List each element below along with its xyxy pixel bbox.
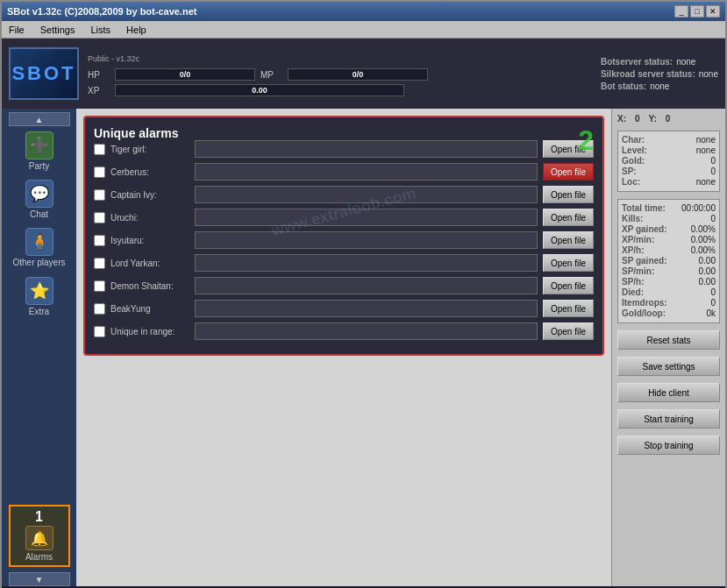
extra-icon: ⭐ [25,277,53,305]
input-beakyung[interactable] [195,300,538,317]
input-tiger-girl[interactable] [195,140,538,158]
hp-bar-row: HP 0/0 MP 0/0 [88,68,583,81]
botserver-label: Botserver status: [601,57,673,67]
input-captain-ivy[interactable] [195,186,538,203]
checkbox-tiger-girl[interactable] [94,144,105,155]
version-label: Public - v1.32c [88,54,583,63]
input-demon-shaitan[interactable] [195,277,538,294]
xp-gained-label: XP gained: [622,224,667,234]
xp-label: XP [88,86,110,96]
alarm-row-demon-shaitan: Demon Shaitan: Open file [94,277,594,294]
open-file-demon-shaitan[interactable]: Open file [543,277,594,294]
alarm-row-tiger-girl: Tiger girl: Open file [94,140,594,158]
chat-icon: 💬 [25,180,53,208]
open-file-lord-yarkan[interactable]: Open file [543,254,594,272]
checkbox-isyutaru[interactable] [94,235,105,246]
menu-lists[interactable]: Lists [87,24,114,36]
char-label: Char: [622,135,645,145]
checkbox-captain-ivy[interactable] [94,189,105,201]
mp-label: MP [260,70,282,80]
checkbox-demon-shaitan[interactable] [94,280,105,292]
input-unique-in-range[interactable] [195,322,538,340]
main-panel: Unique alarms 2 www.extraloob.com Tiger … [76,109,611,586]
silkroad-row: Silkroad server status: none [601,69,718,79]
alarm-number: 1 [35,510,43,524]
save-settings-button[interactable]: Save settings [617,357,720,376]
input-uruchi[interactable] [195,209,538,226]
x-label: X: [617,114,626,124]
menu-bar: File Settings Lists Help [2,21,725,39]
hp-label: HP [88,70,110,80]
total-time-label: Total time: [622,203,666,213]
open-file-isyutaru[interactable]: Open file [543,231,594,249]
open-file-captain-ivy[interactable]: Open file [543,186,594,203]
input-isyutaru[interactable] [195,231,538,249]
stat-row-died: Died: 0 [622,287,716,297]
sidebar-item-alarms[interactable]: 1 🔔 Alarms [9,505,70,567]
time-stats-section: Total time: 00:00:00 Kills: 0 XP gained:… [617,199,720,323]
party-label: Party [29,161,49,171]
stat-row-xp-min: XP/min: 0.00% [622,235,716,244]
menu-help[interactable]: Help [123,24,150,36]
open-file-cerberus[interactable]: Open file [543,163,594,181]
label-captain-ivy: Captain Ivy: [110,190,189,200]
minimize-button[interactable]: _ [674,5,688,18]
alarm-row-unique-in-range: Unique in range: Open file [94,322,594,340]
sp-gained-label: SP gained: [622,256,667,266]
checkbox-uruchi[interactable] [94,212,105,223]
checkbox-cerberus[interactable] [94,166,105,178]
itemdrops-value: 0 [710,298,716,308]
party-icon: ➕ [25,131,53,159]
close-button[interactable]: ✕ [706,5,720,18]
sidebar-item-other-players[interactable]: 🧍 Other players [9,224,70,272]
mp-value: 0/0 [289,69,427,80]
hp-bar: 0/0 [115,68,255,81]
menu-settings[interactable]: Settings [37,24,79,36]
sidebar-item-chat[interactable]: 💬 Chat [9,176,70,223]
died-label: Died: [622,287,644,297]
alarms-badge: 2 [578,124,594,157]
start-training-button[interactable]: Start training [617,409,720,429]
sp-gained-value: 0.00 [699,256,716,266]
input-lord-yarkan[interactable] [195,254,538,272]
y-value: 0 [666,114,671,124]
reset-stats-button[interactable]: Reset stats [617,330,720,350]
chat-label: Chat [30,209,48,219]
logo: SBOT [9,47,79,100]
alarm-icon: 🔔 [25,526,53,550]
alarm-row-captain-ivy: Captain Ivy: Open file [94,186,594,203]
sidebar-item-party[interactable]: ➕ Party [9,128,70,174]
stat-row-xp-h: XP/h: 0.00% [622,245,716,255]
input-cerberus[interactable] [195,163,538,181]
stat-row-sp-min: SP/min: 0.00 [622,266,716,276]
bot-value: none [650,81,669,91]
died-value: 0 [710,287,716,297]
alarm-row-uruchi: Uruchi: Open file [94,209,594,226]
open-file-uruchi[interactable]: Open file [543,209,594,226]
sidebar-item-extra[interactable]: ⭐ Extra [9,273,70,320]
checkbox-lord-yarkan[interactable] [94,258,105,269]
other-players-icon: 🧍 [25,228,53,256]
xp-min-value: 0.00% [691,235,716,244]
xp-h-label: XP/h: [622,245,645,255]
sp-h-label: SP/h: [622,277,645,287]
scroll-up-button[interactable]: ▲ [9,112,70,126]
open-file-unique-in-range[interactable]: Open file [543,322,594,340]
main-window: SBot v1.32c (C)2008,2009 by bot-cave.net… [0,0,727,588]
silkroad-value: none [699,69,718,79]
stat-row-kills: Kills: 0 [622,214,716,223]
open-file-beakyung[interactable]: Open file [543,300,594,317]
alarms-panel: Unique alarms 2 www.extraloob.com Tiger … [83,116,604,356]
checkbox-beakyung[interactable] [94,303,105,315]
scroll-down-button[interactable]: ▼ [9,572,70,586]
hp-value: 0/0 [116,69,254,80]
stop-training-button[interactable]: Stop training [617,436,720,455]
maximize-button[interactable]: □ [690,5,704,18]
menu-file[interactable]: File [5,24,28,36]
checkbox-unique-in-range[interactable] [94,326,105,337]
hide-client-button[interactable]: Hide client [617,383,720,402]
xp-h-value: 0.00% [691,245,716,255]
coords-row: X: 0 Y: 0 [617,114,720,124]
loc-label: Loc: [622,177,640,187]
bottom-section: ▲ ➕ Party 💬 Chat 🧍 Other players ⭐ Extra [2,109,725,586]
